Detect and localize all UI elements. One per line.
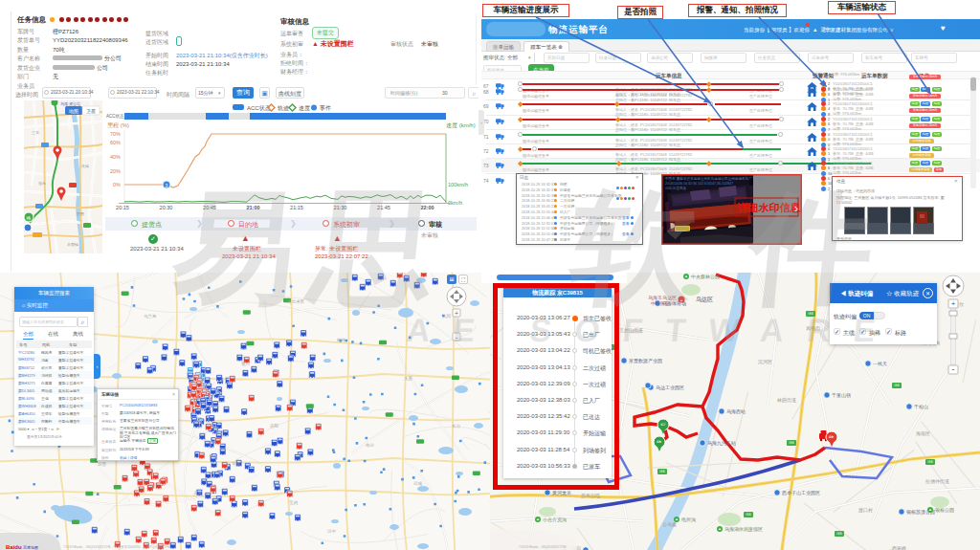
svg-text:一线天: 一线天 — [873, 361, 887, 366]
svg-text:佳苑: 佳苑 — [38, 181, 46, 186]
svg-text:长治: 长治 — [452, 424, 461, 429]
svg-text:电所沟: 电所沟 — [681, 517, 696, 523]
svg-text:60%: 60% — [110, 140, 121, 145]
svg-text:银川: 银川 — [241, 361, 250, 366]
svg-text:西来峰: 西来峰 — [892, 545, 906, 550]
svg-text:20%: 20% — [110, 168, 121, 174]
svg-text:ℹ: ℹ — [866, 361, 869, 365]
svg-text:G6: G6 — [927, 459, 933, 464]
svg-text:河北省界: 河北省界 — [287, 299, 305, 304]
svg-text:40%: 40% — [110, 154, 121, 160]
svg-text:乌海西站: 乌海西站 — [726, 408, 746, 415]
svg-text:22:00: 22:00 — [420, 205, 434, 210]
svg-text:▲: ▲ — [928, 507, 932, 512]
svg-text:0km/h: 0km/h — [448, 200, 462, 206]
svg-text:拉僧仲街道: 拉僧仲街道 — [925, 478, 949, 485]
svg-text:三车: 三车 — [32, 130, 39, 135]
svg-text:ℹ: ℹ — [701, 440, 703, 445]
svg-text:速度 (km/h): 速度 (km/h) — [446, 121, 476, 129]
svg-text:小合介克沟: 小合介克沟 — [543, 517, 567, 523]
svg-text:20:45: 20:45 — [203, 205, 216, 210]
svg-text:太原: 太原 — [404, 376, 413, 381]
svg-text:+: + — [951, 299, 956, 308]
svg-text:终: 终 — [27, 215, 32, 221]
svg-text:+: + — [680, 297, 683, 303]
svg-text:G6: G6 — [894, 383, 900, 387]
svg-text:▲: ▲ — [684, 274, 688, 278]
svg-text:千里山镇: 千里山镇 — [832, 392, 851, 398]
svg-text:©2019 Baidu - GS(2018)5572号: ©2019 Baidu - GS(2018)5572号 — [519, 545, 567, 549]
svg-text:千松山: 千松山 — [914, 404, 928, 409]
svg-text:林荫街道: 林荫街道 — [776, 397, 796, 404]
svg-text:汉中: 汉中 — [327, 529, 337, 534]
svg-text:苏布尔嘎: 苏布尔嘎 — [581, 493, 600, 499]
svg-text:▲: ▲ — [718, 526, 722, 531]
svg-text:ACC状态: ACC状态 — [106, 114, 124, 119]
svg-text:G6: G6 — [659, 469, 665, 473]
svg-text:ℹ: ℹ — [622, 358, 625, 363]
svg-text:西卓子山工业园区: 西卓子山工业园区 — [782, 490, 820, 496]
svg-text:野图: 野图 — [77, 211, 84, 216]
svg-text:宝鸡: 宝鸡 — [289, 500, 299, 505]
svg-text:乌海九汽车站: 乌海九汽车站 — [707, 440, 736, 447]
svg-text:五虎山街道: 五虎山街道 — [619, 327, 643, 334]
svg-text:渡口村: 渡口村 — [858, 507, 873, 514]
svg-text:100km/h: 100km/h — [448, 182, 468, 187]
svg-text:百度地图: 百度地图 — [23, 545, 38, 550]
svg-text:公乌素: 公乌素 — [662, 521, 677, 527]
svg-text:21:45: 21:45 — [377, 205, 390, 210]
svg-text:中心医院: 中心医院 — [651, 300, 670, 307]
svg-text:定西: 定西 — [98, 461, 107, 467]
svg-text:ACC状态: ACC状态 — [247, 104, 271, 111]
svg-text:滨河区: 滨河区 — [758, 359, 772, 365]
svg-text:©2019 Baidu - GS(2018)5572号 -: ©2019 Baidu - GS(2018)5572号 - 甲测资字110093… — [63, 544, 170, 549]
svg-text:ℹ: ℹ — [775, 490, 778, 495]
svg-text:黄河龙羊: 黄河龙羊 — [552, 490, 571, 496]
svg-text:海南区: 海南区 — [916, 430, 930, 437]
svg-text:凤鸣街: 凤鸣街 — [806, 325, 820, 332]
svg-text:良镇: 良镇 — [81, 164, 89, 168]
svg-text:70%: 70% — [110, 131, 121, 137]
svg-text:▲: ▲ — [536, 517, 540, 521]
svg-text:天水: 天水 — [193, 491, 203, 495]
svg-text:银根公园: 银根公园 — [935, 507, 954, 514]
svg-text:中央森林公园: 中央森林公园 — [691, 274, 720, 280]
svg-text:ℹ: ℹ — [825, 392, 828, 397]
svg-text:速度: 速度 — [299, 104, 310, 112]
svg-text:ℹ: ℹ — [907, 404, 910, 408]
svg-text:丰固镇: 丰固镇 — [67, 242, 78, 247]
svg-text:乌达工业园区: 乌达工业园区 — [656, 385, 684, 391]
svg-text:运城: 运城 — [413, 481, 423, 486]
svg-text:榆林: 榆林 — [336, 338, 346, 342]
svg-text:临汾: 临汾 — [366, 443, 375, 448]
svg-text:20:30: 20:30 — [160, 205, 173, 210]
svg-text:ℹ: ℹ — [646, 383, 649, 387]
svg-text:平凉: 平凉 — [232, 462, 241, 467]
svg-text:Baidu: Baidu — [6, 544, 22, 550]
svg-text:21:15: 21:15 — [290, 205, 303, 210]
svg-text:21:00: 21:00 — [246, 205, 259, 210]
svg-text:事件: 事件 — [320, 105, 331, 111]
svg-text:ℹ: ℹ — [720, 408, 723, 413]
svg-text:乌海·梁公坛: 乌海·梁公坛 — [60, 101, 80, 106]
svg-text:ℹ: ℹ — [900, 509, 902, 514]
svg-text:ℹ: ℹ — [546, 490, 548, 495]
svg-text:G6: G6 — [789, 440, 794, 445]
svg-text:G6: G6 — [746, 512, 751, 517]
svg-text:0%: 0% — [113, 182, 121, 187]
svg-text:卫星: 卫星 — [86, 108, 96, 114]
svg-text:G6: G6 — [808, 311, 813, 316]
svg-text:家景数源产业园: 家景数源产业园 — [629, 358, 662, 364]
svg-text:20:15: 20:15 — [116, 205, 129, 210]
svg-text:G6: G6 — [836, 531, 842, 536]
svg-text:里程 (%): 里程 (%) — [107, 122, 129, 128]
svg-text:乌兰布: 乌兰布 — [144, 314, 157, 319]
svg-text:21:30: 21:30 — [334, 205, 347, 210]
svg-text:地图: 地图 — [68, 108, 78, 115]
svg-text:3: 3 — [166, 183, 168, 188]
svg-text:乌海湖休闲度假区: 乌海湖休闲度假区 — [724, 526, 763, 533]
svg-text:乌达区: 乌达区 — [695, 296, 713, 303]
svg-text:庆阳: 庆阳 — [270, 424, 278, 429]
svg-text:-: - — [952, 364, 955, 374]
svg-text:-: - — [456, 333, 458, 341]
